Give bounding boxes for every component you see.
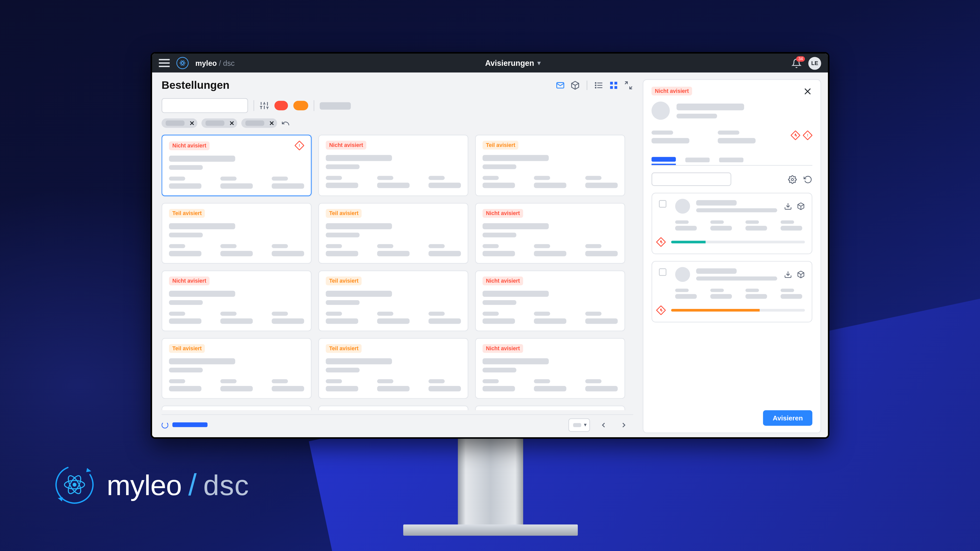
view-package-icon[interactable] [570, 81, 580, 90]
panel-close-button[interactable] [803, 87, 812, 96]
order-card[interactable]: Nicht avisiert [475, 338, 625, 399]
svg-text:!: ! [299, 143, 300, 148]
order-card[interactable]: Teil avisiert [318, 270, 468, 331]
page-title-dropdown[interactable]: Avisierungen ▾ [242, 59, 785, 67]
advise-button[interactable]: Avisieren [763, 410, 812, 426]
svg-marker-2 [58, 497, 63, 501]
card-subtitle-placeholder [483, 233, 516, 238]
panel-tab[interactable] [652, 154, 676, 165]
order-card[interactable]: Nicht avisiert! [162, 135, 312, 196]
hazard-flammable-icon [656, 306, 666, 315]
card-status-badge: Teil avisiert [326, 209, 362, 218]
chevron-down-icon: ▾ [584, 422, 587, 428]
order-card[interactable]: Nicht avisiert [475, 203, 625, 264]
view-mail-icon[interactable] [555, 81, 565, 90]
view-list-icon[interactable] [594, 81, 604, 90]
order-card[interactable]: Nicht avisiert [318, 135, 468, 196]
menu-button[interactable] [159, 59, 169, 67]
card-subtitle-placeholder [169, 233, 203, 238]
panel-search-input[interactable] [652, 172, 731, 186]
item-avatar [675, 267, 690, 282]
svg-point-7 [180, 62, 185, 64]
monitor-stand-neck [458, 437, 523, 527]
order-card[interactable]: Nicht avisiert [475, 406, 625, 410]
order-card[interactable]: Nicht avisiert [475, 270, 625, 331]
logo-text-b: dsc [204, 469, 249, 502]
card-status-badge: Teil avisiert [169, 344, 205, 353]
marketing-logo: myleo / dsc [54, 464, 249, 506]
order-card[interactable]: Teil avisiert [318, 338, 468, 399]
progress-bar [671, 241, 805, 243]
page-size-select[interactable]: ▾ [568, 418, 590, 432]
hazard-flammable-icon [656, 237, 666, 247]
card-status-badge: Nicht avisiert [169, 141, 210, 150]
card-title-placeholder [483, 155, 549, 161]
filter-chip[interactable] [242, 118, 277, 128]
filter-sliders-button[interactable] [259, 101, 269, 110]
download-icon[interactable] [784, 202, 792, 210]
panel-line-item[interactable] [652, 261, 812, 322]
page-prev-button[interactable] [597, 419, 610, 430]
order-card[interactable]: Teil avisiert [318, 406, 468, 410]
panel-refresh-button[interactable] [803, 175, 812, 183]
item-checkbox[interactable] [659, 200, 667, 208]
svg-rect-18 [614, 82, 617, 85]
panel-settings-button[interactable] [788, 175, 797, 183]
search-input[interactable] [162, 98, 248, 113]
download-icon[interactable] [784, 270, 792, 279]
user-avatar[interactable]: LE [808, 57, 821, 69]
order-grid[interactable]: Nicht avisiert!Nicht avisiertTeil avisie… [162, 135, 633, 410]
panel-tab[interactable] [685, 154, 710, 165]
svg-text:!: ! [807, 133, 808, 137]
filter-chip[interactable] [162, 118, 197, 128]
close-icon[interactable] [268, 120, 275, 127]
card-subtitle-placeholder [169, 368, 203, 372]
section-title: Bestellungen [162, 79, 229, 92]
notifications-button[interactable]: 34 [791, 58, 802, 68]
card-title-placeholder [169, 156, 235, 162]
entity-name-placeholder [676, 103, 744, 110]
close-icon[interactable] [189, 120, 195, 127]
card-status-badge: Nicht avisiert [483, 209, 523, 218]
card-subtitle-placeholder [483, 300, 516, 305]
view-grid-icon[interactable] [609, 81, 618, 90]
card-title-placeholder [483, 291, 549, 297]
order-card[interactable]: Teil avisiert [162, 203, 312, 264]
card-status-badge: Nicht avisiert [169, 276, 210, 285]
svg-point-47 [791, 178, 794, 180]
order-card[interactable]: Teil avisiert [162, 406, 312, 410]
item-avatar [675, 199, 690, 213]
undo-filters-button[interactable] [281, 119, 290, 127]
order-card[interactable]: Teil avisiert [475, 135, 625, 196]
package-icon[interactable] [797, 202, 805, 210]
panel-line-item[interactable] [652, 192, 812, 254]
card-subtitle-placeholder [326, 164, 360, 169]
order-card[interactable]: Nicht avisiert [162, 270, 312, 331]
card-title-placeholder [483, 223, 549, 229]
card-title-placeholder [326, 223, 392, 229]
card-status-badge: Nicht avisiert [326, 141, 367, 149]
order-card[interactable]: Teil avisiert [318, 203, 468, 264]
card-subtitle-placeholder [326, 300, 360, 305]
card-status-badge: Nicht avisiert [483, 276, 523, 285]
order-card[interactable]: Teil avisiert [162, 338, 312, 399]
package-icon[interactable] [797, 270, 805, 279]
filter-chip[interactable] [201, 118, 237, 128]
progress-bar [671, 309, 805, 312]
panel-tab[interactable] [719, 154, 743, 165]
card-status-badge: Teil avisiert [483, 141, 519, 149]
page-next-button[interactable] [617, 419, 631, 430]
close-icon[interactable] [228, 120, 235, 127]
view-collapse-icon[interactable] [624, 81, 633, 90]
sort-placeholder[interactable] [320, 102, 351, 109]
status-filter-red[interactable] [274, 101, 288, 110]
svg-point-14 [595, 83, 596, 83]
card-title-placeholder [326, 155, 392, 161]
hazard-diamond-icon: ! [295, 141, 304, 150]
svg-point-6 [73, 483, 76, 486]
item-checkbox[interactable] [659, 268, 667, 276]
monitor-stand-base [403, 524, 578, 536]
status-filter-orange[interactable] [293, 101, 308, 110]
spinner-icon [162, 421, 168, 428]
card-status-badge: Nicht avisiert [483, 344, 523, 353]
